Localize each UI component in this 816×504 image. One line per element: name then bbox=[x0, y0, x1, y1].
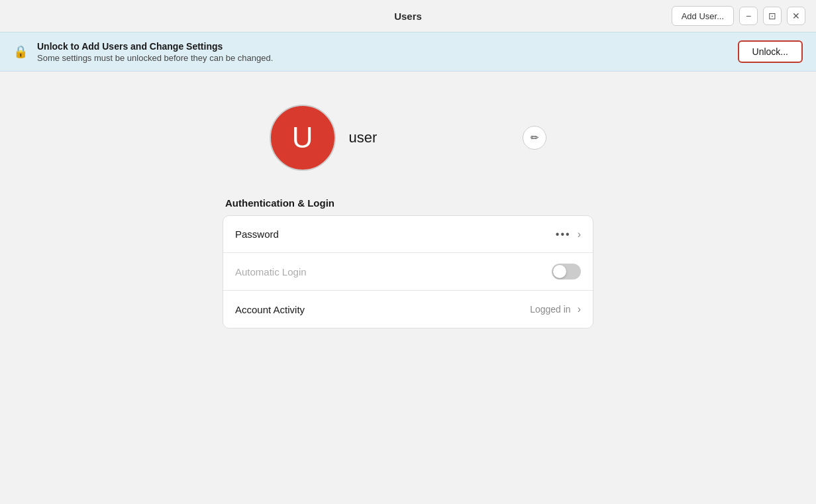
avatar-initial: U bbox=[292, 121, 313, 154]
toggle-knob bbox=[553, 265, 566, 278]
account-activity-chevron-icon: › bbox=[578, 303, 581, 315]
unlock-button[interactable]: Unlock... bbox=[738, 40, 803, 63]
maximize-button[interactable]: ⊡ bbox=[763, 7, 782, 25]
lock-banner-title: Unlock to Add Users and Change Settings bbox=[37, 41, 273, 52]
lock-banner: 🔒 Unlock to Add Users and Change Setting… bbox=[0, 32, 816, 72]
account-activity-row-right: Logged in › bbox=[530, 303, 581, 315]
lock-banner-subtitle: Some settings must be unlocked before th… bbox=[37, 53, 273, 63]
auto-login-row: Automatic Login bbox=[223, 253, 593, 291]
edit-user-button[interactable]: ✏ bbox=[523, 126, 546, 150]
auto-login-toggle[interactable] bbox=[552, 264, 581, 279]
lock-icon: 🔒 bbox=[13, 44, 28, 59]
window-title: Users bbox=[394, 11, 422, 22]
username-label: user bbox=[349, 129, 378, 146]
main-content: U user ✏ Authentication & Login Password… bbox=[0, 72, 816, 328]
add-user-button[interactable]: Add User... bbox=[672, 6, 734, 26]
minimize-button[interactable]: − bbox=[739, 7, 758, 25]
auth-section-title: Authentication & Login bbox=[225, 197, 593, 209]
auto-login-row-right bbox=[552, 264, 581, 279]
account-activity-status: Logged in bbox=[530, 304, 571, 315]
password-dots: ••• bbox=[556, 228, 571, 240]
account-activity-row[interactable]: Account Activity Logged in › bbox=[223, 291, 593, 328]
account-activity-label: Account Activity bbox=[235, 304, 305, 315]
lock-banner-left: 🔒 Unlock to Add Users and Change Setting… bbox=[13, 41, 273, 63]
lock-banner-text: Unlock to Add Users and Change Settings … bbox=[37, 41, 273, 63]
user-avatar: U bbox=[270, 105, 336, 171]
auth-section: Authentication & Login Password ••• › Au… bbox=[223, 197, 593, 328]
auto-login-label: Automatic Login bbox=[235, 266, 307, 277]
close-button[interactable]: ✕ bbox=[787, 7, 805, 25]
user-section: U user ✏ bbox=[270, 105, 547, 171]
password-label: Password bbox=[235, 228, 279, 240]
titlebar-controls: Add User... − ⊡ ✕ bbox=[672, 6, 805, 26]
password-row-right: ••• › bbox=[556, 228, 581, 240]
password-row[interactable]: Password ••• › bbox=[223, 216, 593, 253]
settings-card: Password ••• › Automatic Login Account A… bbox=[223, 215, 593, 328]
edit-icon: ✏ bbox=[531, 132, 539, 144]
titlebar: Users Add User... − ⊡ ✕ bbox=[0, 0, 816, 32]
password-chevron-icon: › bbox=[578, 228, 581, 240]
